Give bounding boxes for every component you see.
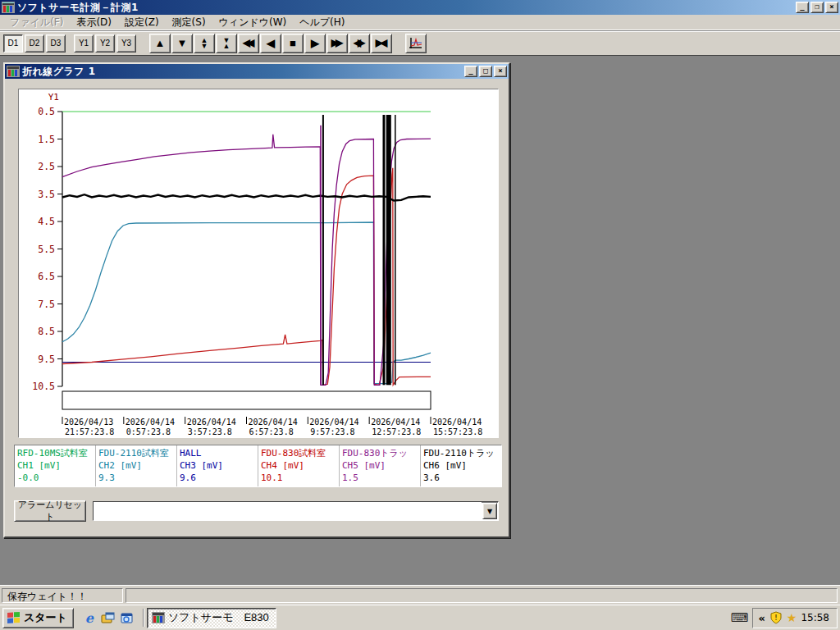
alarm-combobox[interactable]: ▼: [93, 501, 499, 521]
menu-view[interactable]: 表示(D): [70, 14, 118, 31]
toolbar-d1-button[interactable]: D1: [3, 34, 23, 52]
graph-window-icon: [7, 66, 20, 77]
graph-settings-button[interactable]: [405, 34, 427, 53]
graph-maximize-button[interactable]: □: [479, 66, 492, 77]
x-tick-time: 9:57:23.8: [310, 427, 354, 436]
toolbar-group-nav: ▲▼▲▼▼▲◀◀◀■▶▶▶◀▶▶◀: [149, 34, 392, 53]
language-bar-keyboard-icon[interactable]: ⌨: [731, 612, 749, 624]
menu-help[interactable]: ヘルプ(H): [293, 14, 351, 31]
combobox-dropdown-icon[interactable]: ▼: [482, 503, 497, 519]
minimize-button[interactable]: _: [796, 2, 809, 13]
x-tick-date: 2026/04/14: [126, 418, 175, 427]
x-tick-time: 12:57:23.8: [372, 427, 421, 436]
tray-chevron-icon[interactable]: «: [758, 612, 765, 624]
menu-settings[interactable]: 設定(Z): [118, 14, 166, 31]
window-title: ソフトサーモ計測－計測1: [17, 1, 139, 15]
menu-measure[interactable]: 測定(S): [166, 14, 212, 31]
clock: 15:58: [801, 612, 829, 623]
task-app-icon: [152, 612, 165, 623]
menu-bar: ファイル(F)表示(D)設定(Z)測定(S)ウィンドウ(W)ヘルプ(H): [0, 15, 840, 30]
event-spike: [322, 115, 324, 385]
status-panel-secondary: [126, 588, 838, 603]
menu-window[interactable]: ウィンドウ(W): [212, 14, 294, 31]
graph-icon: [409, 36, 423, 51]
desktop: ソフトサーモ計測－計測1 _ ❐ × ファイル(F)表示(D)設定(Z)測定(S…: [0, 0, 840, 630]
x-tick-date: 2026/04/14: [309, 418, 358, 427]
windows-logo-icon: [7, 611, 21, 624]
start-label: スタート: [24, 610, 67, 625]
legend-value: 10.1: [261, 472, 336, 484]
show-desktop-icon[interactable]: [101, 610, 116, 625]
alarm-reset-button[interactable]: アラームリセット: [14, 500, 86, 522]
restore-button[interactable]: ❐: [810, 2, 824, 13]
legend-value: 9.3: [98, 472, 174, 484]
start-button[interactable]: スタート: [2, 608, 74, 628]
series-line: [62, 194, 431, 200]
y-tick-label: 8.5: [38, 326, 55, 337]
toolbar-expand-horizontal-button[interactable]: ◀▶: [349, 34, 370, 53]
x-tick-date: 2026/04/14: [187, 418, 236, 427]
toolbar-expand-vertical-button[interactable]: ▲▼: [194, 34, 215, 53]
legend-sensor: FDU-830試料室: [261, 447, 336, 459]
toolbar-fast-forward-button[interactable]: ▶▶: [326, 34, 348, 53]
task-button-softthermo[interactable]: ソフトサーモ E830: [147, 608, 276, 628]
security-shield-icon[interactable]: !: [769, 611, 783, 624]
legend-sensor: FDU-2110試料室: [98, 447, 174, 459]
graph-minimize-button[interactable]: _: [464, 66, 477, 77]
toolbar-y3-button[interactable]: Y3: [116, 34, 136, 52]
toolbar-group-d: D1D2D3: [3, 34, 66, 52]
toolbar-scroll-down-button[interactable]: ▼: [171, 34, 193, 53]
internet-explorer-icon[interactable]: e: [82, 610, 97, 625]
y-axis-label: Y1: [48, 92, 59, 103]
status-bar: 保存ウェイト！！: [0, 585, 840, 605]
mdi-area: 折れ線グラフ 1 _ □ × Y10.51.52.53.54.55.56.57.…: [0, 55, 840, 585]
toolbar-y1-button[interactable]: Y1: [74, 34, 94, 52]
toolbar-d2-button[interactable]: D2: [25, 34, 44, 52]
x-tick-time: 0:57:23.8: [126, 427, 171, 436]
toolbar-compress-vertical-button[interactable]: ▼▲: [216, 34, 237, 53]
close-button[interactable]: ×: [825, 2, 838, 13]
x-tick-date: 2026/04/14: [371, 418, 420, 427]
graph-window: 折れ線グラフ 1 _ □ × Y10.51.52.53.54.55.56.57.…: [3, 62, 510, 538]
y-tick-label: 3.5: [38, 189, 55, 200]
alarm-combobox-input[interactable]: [94, 502, 482, 520]
toolbar-stop-button[interactable]: ■: [282, 34, 304, 53]
toolbar-compress-horizontal-button[interactable]: ▶◀: [371, 34, 392, 53]
graph-window-body: Y10.51.52.53.54.55.56.57.58.59.510.52026…: [5, 79, 509, 522]
event-spike: [395, 115, 396, 385]
x-tick-time: 15:57:23.8: [433, 427, 482, 436]
legend-sensor: RFD-10MS試料室: [17, 447, 93, 459]
toolbar-step-left-button[interactable]: ◀: [260, 34, 281, 53]
legend-sensor: FDU-830トラッ: [342, 447, 418, 459]
y-tick-label: 0.5: [38, 106, 55, 117]
channel-legend: RFD-10MS試料室CH1 [mV]-0.0FDU-2110試料室CH2 [m…: [14, 445, 502, 487]
svg-text:!: !: [774, 614, 778, 622]
toolbar-step-right-button[interactable]: ▶: [304, 34, 326, 53]
x-range-selector[interactable]: [62, 391, 431, 409]
x-tick-date: 2026/04/14: [432, 418, 482, 427]
quick-launch: e: [77, 610, 139, 625]
tray-area: ⌨ « ! ★ 15:58: [731, 608, 838, 628]
toolbar-y2-button[interactable]: Y2: [95, 34, 115, 52]
x-tick-date: 2026/04/14: [249, 418, 298, 427]
main-titlebar: ソフトサーモ計測－計測1 _ ❐ ×: [0, 0, 840, 15]
legend-channel-label: CH3 [mV]: [180, 459, 255, 472]
toolbar-d3-button[interactable]: D3: [46, 34, 66, 52]
legend-channel-label: CH1 [mV]: [17, 459, 93, 472]
taskbar-divider: [143, 609, 144, 627]
legend-channel-label: CH2 [mV]: [98, 459, 174, 472]
x-tick-time: 21:57:23.8: [65, 427, 114, 436]
menu-file[interactable]: ファイル(F): [3, 14, 70, 31]
task-label: ソフトサーモ E830: [168, 610, 269, 625]
event-spike: [320, 126, 322, 386]
system-tray: « ! ★ 15:58: [752, 608, 838, 628]
toolbar: D1D2D3 Y1Y2Y3 ▲▼▲▼▼▲◀◀◀■▶▶▶◀▶▶◀: [0, 30, 840, 55]
toolbar-scroll-up-button[interactable]: ▲: [149, 34, 171, 53]
tray-star-icon[interactable]: ★: [787, 611, 797, 624]
legend-value: -0.0: [17, 472, 93, 484]
toolbar-fast-rewind-button[interactable]: ◀◀: [238, 34, 259, 53]
legend-channel-label: CH6 [mV]: [423, 459, 499, 472]
toolbar-group-y: Y1Y2Y3: [74, 34, 136, 52]
graph-close-button[interactable]: ×: [494, 66, 507, 77]
ie-window-icon[interactable]: [120, 610, 135, 625]
